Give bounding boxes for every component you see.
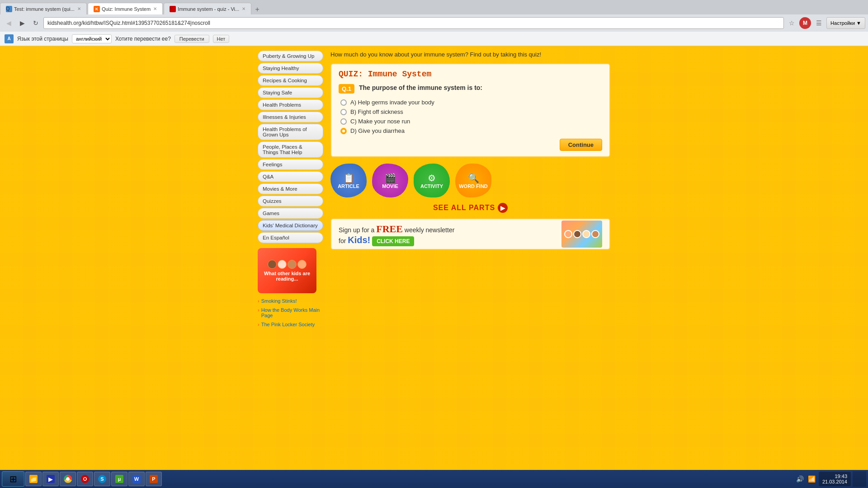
sidebar-item-games[interactable]: Games [258, 208, 323, 219]
tab-1[interactable]: Q Test: immune system (qui... ✕ [0, 3, 87, 14]
sidebar-item-feelings[interactable]: Feelings [258, 159, 323, 170]
sidebar-item-quizzes[interactable]: Quizzes [258, 196, 323, 206]
start-button[interactable]: ⊞ [2, 471, 24, 487]
sidebar-link-pink-locker-text: The Pink Locker Society [261, 322, 315, 327]
sidebar-link-pink-locker[interactable]: › The Pink Locker Society [258, 322, 323, 327]
back-button[interactable]: ◀ [3, 17, 14, 29]
kids-photo-faces [564, 230, 599, 238]
taskbar-file-manager[interactable]: 📁 [25, 472, 42, 486]
content-icons: 📋 ARTICLE 🎬 MOVIE ⚙ ACTIVITY [330, 164, 610, 197]
taskbar-word[interactable]: W [128, 472, 145, 486]
face-2 [278, 260, 287, 269]
option-c[interactable]: C) Make your nose run [340, 118, 602, 125]
activity-icon[interactable]: ⚙ ACTIVITY [414, 164, 450, 197]
translate-button[interactable]: Перевести [175, 35, 209, 43]
sidebar-item-people-places[interactable]: People, Places & Things That Help [258, 141, 323, 158]
option-b-label: B) Fight off sickness [350, 108, 403, 115]
options-list: A) Help germs invade your body B) Fight … [340, 99, 602, 134]
movie-label: MOVIE [382, 183, 398, 189]
star-button[interactable]: ☆ [786, 17, 797, 29]
taskbar: ⊞ 📁 ▶ O S μ W P 🔊 📶 19:43 [0, 470, 868, 488]
newsletter-kids: Kids! [348, 235, 370, 245]
option-d[interactable]: D) Give you diarrhea [340, 127, 602, 134]
file-manager-icon: 📁 [29, 475, 38, 483]
new-tab-button[interactable]: + [252, 5, 262, 14]
sidebar: Puberty & Growing Up Staying Healthy Rec… [258, 51, 323, 470]
article-label: ARTICLE [338, 183, 359, 189]
tab-1-close[interactable]: ✕ [77, 6, 81, 11]
sidebar-link-body-works[interactable]: › How the Body Works Main Page [258, 307, 323, 318]
sidebar-promo[interactable]: What other kids are reading... [258, 248, 316, 293]
option-a[interactable]: A) Help germs invade your body [340, 99, 602, 106]
sidebar-item-movies[interactable]: Movies & More [258, 183, 323, 194]
sidebar-item-puberty[interactable]: Puberty & Growing Up [258, 51, 323, 61]
sidebar-item-staying-healthy[interactable]: Staying Healthy [258, 63, 323, 74]
question-badge: Q.1 [339, 84, 354, 94]
translate-icon: A [5, 34, 14, 43]
tab-1-label: Test: immune system (qui... [14, 6, 75, 12]
newsletter-for: for [339, 237, 346, 244]
forward-button[interactable]: ▶ [16, 17, 28, 29]
settings-button[interactable]: Настройки ▼ [826, 17, 865, 29]
word-find-icon[interactable]: 🔍 WORD FIND [455, 164, 491, 197]
menu-button[interactable]: ☰ [813, 17, 825, 29]
sidebar-item-espanol[interactable]: En Español [258, 232, 323, 243]
nav-right: ☆ M ☰ Настройки ▼ [786, 17, 865, 29]
kp-face-2 [573, 230, 581, 238]
sidebar-item-recipes[interactable]: Recipes & Cooking [258, 75, 323, 86]
show-desktop-btn[interactable] [853, 471, 866, 487]
tab-3-close[interactable]: ✕ [242, 6, 245, 11]
question-row: Q.1 The purpose of the immune system is … [339, 84, 602, 94]
taskbar-chrome[interactable] [60, 472, 76, 486]
sidebar-item-qa[interactable]: Q&A [258, 171, 323, 182]
network-icon[interactable]: 📶 [807, 474, 817, 484]
page-container: Puberty & Growing Up Staying Healthy Rec… [258, 51, 610, 470]
option-d-label: D) Give you diarrhea [350, 127, 405, 134]
lang-select[interactable]: английский [72, 34, 112, 43]
profile-button[interactable]: M [799, 17, 811, 29]
radio-c[interactable] [340, 118, 347, 125]
taskbar-media-player[interactable]: ▶ [42, 472, 59, 486]
address-bar[interactable] [43, 17, 784, 29]
see-all-arrow-icon: ▶ [498, 203, 508, 213]
sidebar-item-health-grown-ups[interactable]: Health Problems of Grown Ups [258, 124, 323, 140]
option-b[interactable]: B) Fight off sickness [340, 108, 602, 115]
sidebar-link-smoking[interactable]: › Smoking Stinks! [258, 298, 323, 304]
radio-b[interactable] [340, 109, 347, 115]
media-player-icon: ▶ [47, 475, 55, 483]
tab-favicon-3: Y [170, 6, 176, 12]
kp-face-4 [591, 230, 599, 238]
sidebar-promo-kids: What other kids are reading... [258, 248, 316, 293]
arrow-icon-1: › [258, 298, 259, 304]
reload-button[interactable]: ↻ [30, 17, 42, 29]
volume-icon[interactable]: 🔊 [795, 474, 805, 484]
word-find-blob-icon: 🔍 [468, 173, 479, 183]
article-icon[interactable]: 📋 ARTICLE [330, 164, 367, 197]
radio-a[interactable] [340, 99, 347, 106]
no-translate-button[interactable]: Нет [213, 35, 230, 43]
sidebar-item-health-problems[interactable]: Health Problems [258, 99, 323, 110]
tab-2[interactable]: K Quiz: Immune System ✕ [88, 3, 163, 14]
tab-3[interactable]: Y Immune system - quiz - Vi... ✕ [164, 3, 251, 14]
taskbar-opera[interactable]: O [77, 472, 93, 486]
taskbar-skype[interactable]: S [94, 472, 110, 486]
newsletter-banner[interactable]: Sign up for a FREE weekly newsletter for… [330, 218, 610, 250]
face-4 [297, 260, 307, 269]
sidebar-item-illnesses[interactable]: Illnesses & Injuries [258, 112, 323, 122]
radio-d[interactable] [340, 128, 347, 134]
continue-button[interactable]: Continue [560, 139, 602, 151]
see-all-parts[interactable]: SEE ALL PARTS ▶ [330, 203, 610, 213]
question-text: The purpose of the immune system is to: [359, 84, 482, 91]
option-c-label: C) Make your nose run [350, 118, 410, 125]
skype-icon: S [98, 475, 106, 483]
sidebar-item-staying-safe[interactable]: Staying Safe [258, 87, 323, 98]
sidebar-item-dictionary[interactable]: Kids' Medical Dictionary [258, 220, 323, 231]
movie-icon[interactable]: 🎬 MOVIE [372, 164, 408, 197]
taskbar-utorrent[interactable]: μ [111, 472, 127, 486]
tab-2-close[interactable]: ✕ [153, 6, 157, 11]
newsletter-click-btn[interactable]: CLICK HERE [372, 236, 414, 246]
sidebar-links: › Smoking Stinks! › How the Body Works M… [258, 298, 323, 327]
powerpoint-icon: P [150, 475, 158, 483]
taskbar-powerpoint[interactable]: P [146, 472, 162, 486]
article-blob: 📋 ARTICLE [330, 164, 367, 197]
